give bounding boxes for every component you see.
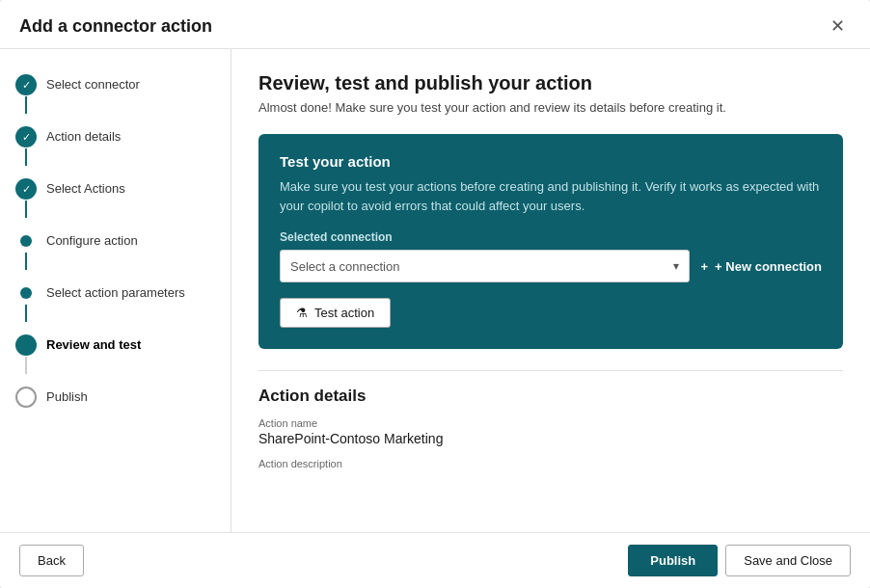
footer-left: Back <box>19 545 84 576</box>
step-connector-7 <box>15 387 37 408</box>
back-button[interactable]: Back <box>19 545 84 576</box>
sidebar: ✓ Select connector ✓ Action details <box>0 49 231 532</box>
modal-container: Add a connector action ✕ ✓ Select connec… <box>0 0 870 588</box>
chevron-down-icon: ▾ <box>673 259 679 273</box>
publish-button[interactable]: Publish <box>628 545 718 576</box>
step-line-4 <box>25 253 27 270</box>
action-details-title: Action details <box>258 387 843 406</box>
new-connection-label: + New connection <box>715 259 822 274</box>
modal-footer: Back Publish Save and Close <box>0 532 870 588</box>
action-details-section: Action details Action name SharePoint-Co… <box>258 387 843 469</box>
save-close-button[interactable]: Save and Close <box>725 545 851 576</box>
step-icon-2: ✓ <box>15 126 37 147</box>
step-icon-6 <box>15 334 37 356</box>
action-description-label: Action description <box>258 458 843 469</box>
step-label-4: Configure action <box>46 230 138 252</box>
step-connector-1: ✓ <box>15 74 37 115</box>
check-icon-1: ✓ <box>22 79 31 92</box>
step-icon-4 <box>20 235 32 247</box>
step-label-2: Action details <box>46 126 121 147</box>
test-card-title: Test your action <box>280 153 822 170</box>
check-icon-3: ✓ <box>22 183 31 196</box>
check-icon-2: ✓ <box>22 131 31 144</box>
step-icon-7 <box>15 387 37 408</box>
step-connector-3: ✓ <box>15 178 37 219</box>
connection-row: Select a connection ▾ + + New connection <box>280 250 822 282</box>
sidebar-item-select-actions[interactable]: ✓ Select Actions <box>0 173 231 225</box>
modal-body: ✓ Select connector ✓ Action details <box>0 49 870 532</box>
connection-select-dropdown[interactable]: Select a connection ▾ <box>280 250 690 282</box>
main-content: Review, test and publish your action Alm… <box>231 49 870 532</box>
plus-icon: + <box>701 259 709 274</box>
step-label-6: Review and test <box>46 334 141 356</box>
test-action-label: Test action <box>314 306 374 320</box>
step-connector-6 <box>15 334 37 375</box>
action-name-label: Action name <box>258 417 843 429</box>
modal-title: Add a connector action <box>19 16 212 37</box>
section-divider <box>258 370 843 371</box>
step-icon-3: ✓ <box>15 178 37 200</box>
step-connector-5 <box>15 282 37 323</box>
sidebar-item-action-details[interactable]: ✓ Action details <box>0 120 231 173</box>
sidebar-item-publish[interactable]: Publish <box>0 381 231 414</box>
close-icon: ✕ <box>830 16 845 36</box>
step-connector-4 <box>15 230 37 271</box>
sidebar-item-review-and-test[interactable]: Review and test <box>0 329 231 381</box>
sidebar-item-configure-action[interactable]: Configure action <box>0 225 231 277</box>
sidebar-item-select-action-parameters[interactable]: Select action parameters <box>0 277 231 329</box>
step-line-2 <box>25 148 27 166</box>
step-line-5 <box>25 305 27 322</box>
step-icon-1: ✓ <box>15 74 37 95</box>
footer-right: Publish Save and Close <box>628 545 851 576</box>
step-icon-5 <box>20 287 32 299</box>
step-label-5: Select action parameters <box>46 282 185 304</box>
page-subtext: Almost done! Make sure you test your act… <box>258 100 843 115</box>
step-label-1: Select connector <box>46 74 140 95</box>
step-line-1 <box>25 96 27 114</box>
test-action-button[interactable]: ⚗ Test action <box>280 298 391 328</box>
step-connector-2: ✓ <box>15 126 37 167</box>
modal-header: Add a connector action ✕ <box>0 0 870 49</box>
close-button[interactable]: ✕ <box>825 15 851 37</box>
step-label-7: Publish <box>46 387 88 408</box>
test-card: Test your action Make sure you test your… <box>258 134 843 349</box>
step-line-6 <box>25 357 27 374</box>
test-card-description: Make sure you test your actions before c… <box>280 177 822 215</box>
flask-icon: ⚗ <box>296 306 308 320</box>
sidebar-item-select-connector[interactable]: ✓ Select connector <box>0 68 231 120</box>
page-heading: Review, test and publish your action <box>258 72 843 94</box>
step-label-3: Select Actions <box>46 178 125 200</box>
step-line-3 <box>25 200 27 218</box>
action-name-value: SharePoint-Contoso Marketing <box>258 431 843 446</box>
connection-select-text: Select a connection <box>290 259 399 274</box>
new-connection-button[interactable]: + + New connection <box>701 259 822 274</box>
connection-label: Selected connection <box>280 230 822 244</box>
